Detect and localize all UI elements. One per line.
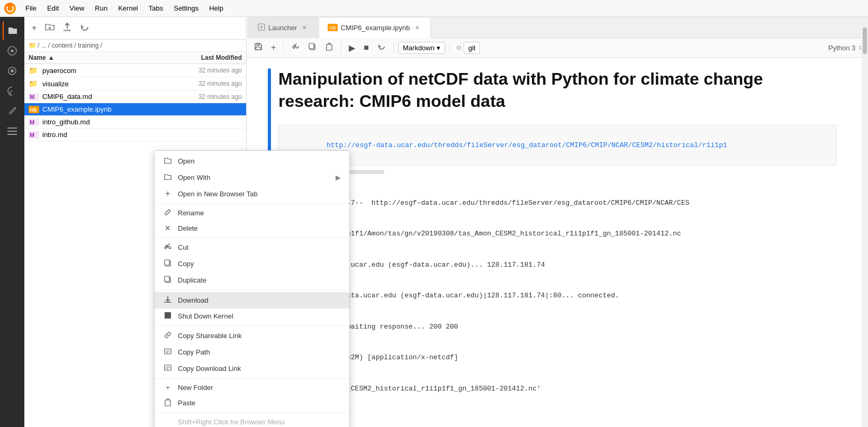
menu-kernel[interactable]: Kernel (114, 2, 142, 14)
file-item-pyaerocom[interactable]: 📁 pyaerocom 32 minutes ago (24, 64, 246, 77)
svg-rect-7 (165, 260, 169, 265)
git-button[interactable]: git (464, 42, 481, 54)
breadcrumb: 📁 / ... / content / training / (24, 40, 246, 52)
menu-view[interactable]: View (65, 2, 88, 14)
file-item-intro-md[interactable]: M intro.md (24, 129, 246, 141)
file-item-cmip6-data-md[interactable]: M CMIP6_data.md 32 minutes ago (24, 90, 246, 103)
menu-file[interactable]: File (21, 2, 41, 14)
file-name: intro_github.md (42, 118, 173, 126)
ctx-new-folder[interactable]: + New Folder (155, 380, 349, 395)
copy-cell-button[interactable] (305, 40, 320, 55)
ctx-paste[interactable]: Paste (155, 395, 349, 411)
folder-icon: 📁 (29, 79, 39, 88)
new-tab-icon: + (163, 189, 173, 198)
new-folder-button[interactable] (42, 21, 58, 35)
notebook-tab-label: CMIP6_example.ipynb (341, 24, 410, 32)
file-item-cmip6-notebook[interactable]: nb CMIP6_example.ipynb (24, 103, 246, 116)
ctx-copy-download-link[interactable]: Copy Download Link (155, 360, 349, 377)
ctx-copy-path-label: Copy Path (178, 348, 210, 356)
notebook-tab-close[interactable]: × (413, 22, 421, 33)
run-button[interactable]: ▶ (346, 41, 358, 55)
ctx-copy-shareable-label: Copy Shareable Link (178, 332, 242, 340)
file-name: pyaerocom (42, 67, 173, 75)
stop-button[interactable]: ■ (360, 41, 372, 54)
cut-cell-button[interactable] (288, 40, 303, 55)
refresh-button[interactable] (77, 20, 93, 36)
open-icon (163, 156, 173, 166)
file-panel: + 📁 / ... / content / training / Name ▲ … (24, 17, 247, 427)
md-icon: M (29, 119, 39, 126)
ctx-copy[interactable]: Copy (155, 256, 349, 272)
add-cell-button[interactable]: + (268, 41, 279, 54)
sort-icon: ▲ (48, 54, 55, 61)
ctx-rename[interactable]: Rename (155, 205, 349, 221)
ctx-copy-download-link-label: Copy Download Link (178, 365, 241, 373)
svg-rect-16 (256, 47, 261, 50)
launcher-tab-close[interactable]: × (300, 22, 309, 33)
url-link[interactable]: http://esgf-data.ucar.edu/thredds/fileSe… (327, 141, 727, 149)
menu-tabs[interactable]: Tabs (144, 2, 167, 14)
copy-icon (163, 259, 173, 269)
ctx-delete[interactable]: ✕ Delete (155, 221, 349, 235)
toolbar-separator-4 (449, 42, 450, 53)
sidebar-item-circle[interactable] (3, 61, 22, 80)
save-button[interactable] (251, 40, 266, 55)
delete-icon: ✕ (163, 224, 173, 232)
shutdown-icon (163, 312, 173, 321)
rename-icon (163, 208, 173, 217)
file-item-visualize[interactable]: 📁 visualize 32 minutes ago (24, 77, 246, 90)
svg-rect-19 (327, 44, 332, 50)
ctx-cut[interactable]: Cut (155, 239, 349, 256)
ctx-new-folder-label: New Folder (178, 384, 213, 392)
cell-progress: Amon_CESM2_hist 100%[=================>]… (278, 416, 836, 427)
scrollbar-thumb[interactable] (863, 28, 867, 54)
ctx-rename-label: Rename (178, 209, 204, 217)
ctx-copy-shareable[interactable]: Copy Shareable Link (155, 328, 349, 344)
file-modified: 32 minutes ago (173, 80, 242, 87)
cell-1[interactable]: http://esgf-data.ucar.edu/thredds/fileSe… (278, 125, 836, 166)
ctx-copy-label: Copy (178, 260, 194, 268)
svg-rect-18 (309, 43, 314, 49)
ctx-download[interactable]: Download (155, 292, 349, 308)
cell-type-selector[interactable]: Markdown ▾ (398, 42, 445, 54)
ctx-shutdown-kernel[interactable]: Shut Down Kernel (155, 308, 349, 324)
menu-edit[interactable]: Edit (43, 2, 63, 14)
sidebar-item-palette[interactable] (3, 81, 22, 101)
new-launcher-button[interactable]: + (29, 21, 40, 35)
sidebar-item-list[interactable] (3, 122, 22, 141)
sidebar-item-files[interactable] (3, 21, 22, 40)
duplicate-icon (163, 275, 173, 285)
menu-help[interactable]: Help (205, 2, 228, 14)
ctx-separator-4 (155, 325, 349, 326)
menu-settings[interactable]: Settings (169, 2, 203, 14)
notebook-icon: nb (29, 106, 39, 113)
upload-button[interactable] (60, 20, 75, 36)
context-menu: Open Open With ▶ + Open in New Browser T… (154, 150, 350, 427)
kernel-status: ○ (456, 43, 462, 52)
ctx-duplicate-label: Duplicate (178, 276, 206, 284)
ctx-open-new-tab[interactable]: + Open in New Browser Tab (155, 186, 349, 202)
svg-rect-12 (165, 365, 171, 370)
file-item-intro-github[interactable]: M intro_github.md (24, 116, 246, 129)
ctx-duplicate[interactable]: Duplicate (155, 272, 349, 288)
paste-icon (163, 398, 173, 408)
restart-button[interactable] (374, 40, 389, 55)
ctx-open-new-tab-label: Open in New Browser Tab (178, 190, 258, 198)
svg-rect-5 (7, 134, 17, 135)
tab-launcher[interactable]: Launcher × (249, 17, 318, 38)
menu-run[interactable]: Run (91, 2, 112, 14)
ctx-open[interactable]: Open (155, 153, 349, 169)
ctx-copy-path[interactable]: Copy Path (155, 344, 349, 360)
sidebar-item-github[interactable] (3, 41, 22, 60)
sidebar-item-wrench[interactable] (3, 102, 22, 121)
svg-rect-13 (165, 400, 170, 406)
notebook-tab-icon: nb (328, 24, 337, 31)
ctx-separator-3 (155, 290, 349, 290)
col-name-header[interactable]: Name ▲ (29, 54, 168, 61)
python-label: Python 3 (828, 44, 855, 52)
tab-notebook[interactable]: nb CMIP6_example.ipynb × (319, 17, 430, 38)
col-modified-header[interactable]: Last Modified (168, 54, 242, 61)
paste-cell-button[interactable] (322, 40, 337, 55)
ctx-open-with[interactable]: Open With ▶ (155, 169, 349, 186)
vertical-scrollbar[interactable] (862, 17, 868, 427)
